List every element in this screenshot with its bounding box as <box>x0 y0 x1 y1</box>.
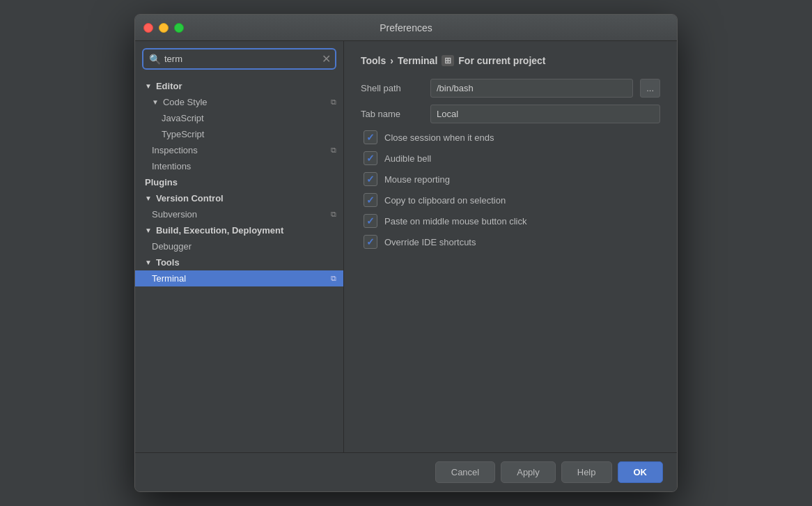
copy-icon: ⧉ <box>331 210 336 219</box>
sidebar-item-code-style[interactable]: ▼ Code Style ⧉ <box>135 94 343 110</box>
sidebar: 🔍 ✕ ▼ Editor ▼ Code Style ⧉ JavaScr <box>135 41 344 452</box>
copy-icon: ⧉ <box>331 274 336 283</box>
checkbox-override-shortcuts: ✓ Override IDE shortcuts <box>361 235 660 249</box>
checkmark-icon: ✓ <box>366 237 375 247</box>
shell-path-label: Shell path <box>361 83 423 93</box>
apply-button[interactable]: Apply <box>501 461 556 483</box>
copy-icon: ⧉ <box>331 98 336 107</box>
cancel-button[interactable]: Cancel <box>435 461 495 483</box>
checkbox-paste-middle: ✓ Paste on middle mouse button click <box>361 214 660 228</box>
help-button[interactable]: Help <box>561 461 612 483</box>
sidebar-item-version-control[interactable]: ▼ Version Control <box>135 190 343 206</box>
main-content: 🔍 ✕ ▼ Editor ▼ Code Style ⧉ JavaScr <box>135 41 677 452</box>
arrow-icon: ▼ <box>145 82 152 90</box>
sidebar-item-editor[interactable]: ▼ Editor <box>135 78 343 94</box>
minimize-button[interactable] <box>159 23 169 33</box>
breadcrumb-page: Terminal <box>398 55 437 66</box>
breadcrumb: Tools › Terminal ⊞ For current project <box>361 55 660 66</box>
arrow-icon: ▼ <box>145 259 152 266</box>
sidebar-item-tools[interactable]: ▼ Tools <box>135 254 343 270</box>
right-panel: Tools › Terminal ⊞ For current project S… <box>344 41 677 452</box>
checkbox-mouse-reporting: ✓ Mouse reporting <box>361 172 660 186</box>
clear-search-button[interactable]: ✕ <box>322 54 331 65</box>
preferences-window: Preferences 🔍 ✕ ▼ Editor ▼ Code Style <box>134 14 678 492</box>
footer: Cancel Apply Help OK <box>135 452 677 491</box>
sidebar-item-typescript[interactable]: TypeScript <box>135 126 343 142</box>
titlebar-buttons <box>143 23 184 33</box>
close-session-label: Close session when it ends <box>384 132 494 143</box>
mouse-reporting-label: Mouse reporting <box>384 174 450 185</box>
checkmark-icon: ✓ <box>366 174 375 184</box>
maximize-button[interactable] <box>174 23 184 33</box>
project-icon: ⊞ <box>442 55 454 66</box>
breadcrumb-sep: › <box>390 55 393 66</box>
sidebar-item-javascript[interactable]: JavaScript <box>135 110 343 126</box>
arrow-icon: ▼ <box>152 98 159 106</box>
checkmark-icon: ✓ <box>366 195 375 205</box>
shell-path-row: Shell path ... <box>361 79 660 98</box>
search-icon: 🔍 <box>149 54 161 65</box>
tree: ▼ Editor ▼ Code Style ⧉ JavaScript TypeS… <box>135 75 343 452</box>
search-input[interactable] <box>142 48 336 70</box>
paste-middle-label: Paste on middle mouse button click <box>384 216 527 227</box>
arrow-icon: ▼ <box>145 227 152 234</box>
sidebar-item-build-execution[interactable]: ▼ Build, Execution, Deployment <box>135 222 343 238</box>
checkbox-copy-clipboard: ✓ Copy to clipboard on selection <box>361 193 660 207</box>
breadcrumb-tools: Tools <box>361 55 386 66</box>
sidebar-item-plugins[interactable]: Plugins <box>135 174 343 190</box>
checkmark-icon: ✓ <box>366 153 375 163</box>
sidebar-item-terminal[interactable]: Terminal ⧉ <box>135 270 343 286</box>
tab-name-row: Tab name <box>361 105 660 123</box>
copy-clipboard-label: Copy to clipboard on selection <box>384 195 506 206</box>
sidebar-item-subversion[interactable]: Subversion ⧉ <box>135 206 343 222</box>
window-title: Preferences <box>380 22 432 33</box>
checkbox-audible-bell: ✓ Audible bell <box>361 151 660 165</box>
arrow-icon: ▼ <box>145 194 152 202</box>
copy-icon: ⧉ <box>331 146 336 155</box>
sidebar-item-inspections[interactable]: Inspections ⧉ <box>135 142 343 158</box>
sidebar-item-intentions[interactable]: Intentions <box>135 158 343 174</box>
checkmark-icon: ✓ <box>366 132 375 142</box>
shell-path-input[interactable] <box>430 79 633 98</box>
ok-button[interactable]: OK <box>618 461 664 483</box>
tab-name-label: Tab name <box>361 109 423 119</box>
checkmark-icon: ✓ <box>366 216 375 226</box>
project-label: For current project <box>458 55 545 66</box>
close-button[interactable] <box>143 23 153 33</box>
tab-name-input[interactable] <box>430 105 660 123</box>
override-shortcuts-label: Override IDE shortcuts <box>384 237 476 247</box>
search-box: 🔍 ✕ <box>142 48 336 70</box>
browse-button[interactable]: ... <box>640 79 660 98</box>
checkbox-close-session: ✓ Close session when it ends <box>361 130 660 144</box>
sidebar-item-debugger[interactable]: Debugger <box>135 238 343 254</box>
audible-bell-label: Audible bell <box>384 153 431 164</box>
titlebar: Preferences <box>135 15 677 41</box>
